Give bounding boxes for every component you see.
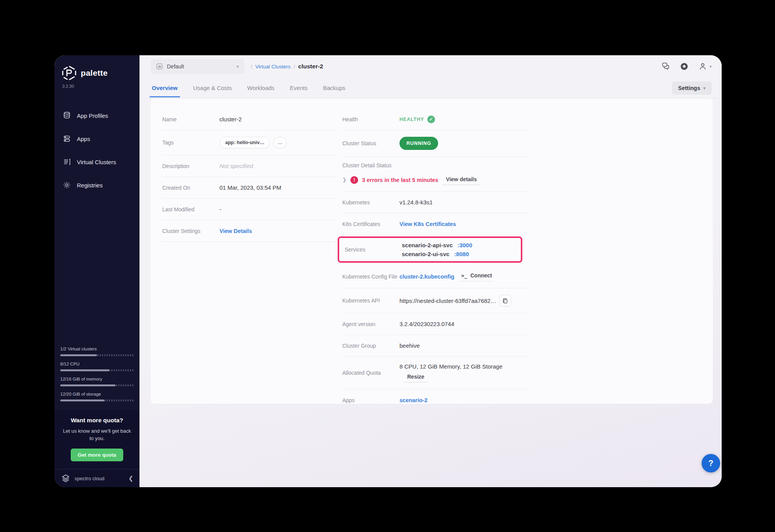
resize-button[interactable]: Resize xyxy=(403,372,428,382)
kubeconfig-file-link[interactable]: cluster-2.kubeconfig xyxy=(399,274,454,280)
view-k8s-certificates-link[interactable]: View K8s Certificates xyxy=(399,221,456,227)
sidebar-nav: App Profiles Apps xyxy=(54,104,139,197)
project-selector-label: Default xyxy=(167,63,233,70)
quota-label: 12/16 GiB of memory xyxy=(60,377,134,381)
sidebar-collapse-icon[interactable]: ❮ xyxy=(128,475,133,482)
agent-version-label: Agent version xyxy=(342,321,399,327)
quota-label: 8/12 CPU xyxy=(60,362,134,366)
error-alert-icon: ! xyxy=(350,176,358,184)
health-row: Health HEALTHY ✓ xyxy=(342,109,529,130)
user-menu[interactable]: ▾ xyxy=(699,62,712,71)
more-tags-chip[interactable]: … xyxy=(273,137,287,148)
tab-usage-costs[interactable]: Usage & Costs xyxy=(192,82,233,97)
brand-name: palette xyxy=(81,68,108,78)
tabs: Overview Usage & Costs Workloads Events … xyxy=(151,82,346,97)
copy-button[interactable] xyxy=(500,295,511,306)
service-port-link[interactable]: :3000 xyxy=(457,242,472,248)
cluster-group-row: Cluster Group beehive xyxy=(342,335,529,357)
cluster-group-label: Cluster Group xyxy=(342,343,399,349)
tab-workloads[interactable]: Workloads xyxy=(246,82,275,97)
kubeconfig-row: Kubernetes Config File cluster-2.kubecon… xyxy=(342,265,529,288)
description-row: Description Not specified. xyxy=(162,155,337,177)
cluster-list-icon xyxy=(63,158,71,166)
last-modified-label: Last Modified xyxy=(162,206,219,212)
tab-backups[interactable]: Backups xyxy=(322,82,346,97)
created-on-row: Created On 01 Mar, 2023, 03:54 PM xyxy=(162,177,337,199)
chevron-down-icon: ▾ xyxy=(703,86,705,91)
sidebar-item-app-profiles[interactable]: App Profiles xyxy=(54,104,139,127)
copy-icon xyxy=(502,298,508,304)
tag-chip[interactable]: app: hello-univ… xyxy=(219,137,270,148)
service-name: scenario-2-api-svc xyxy=(402,242,453,248)
app-version: 3.2.30 xyxy=(54,83,139,94)
cluster-detail-status-row: Cluster Detail Status ❯ ! 3 errors in th… xyxy=(342,157,529,192)
brand: palette xyxy=(54,55,139,83)
palette-logo-icon xyxy=(61,65,77,81)
health-value: HEALTHY xyxy=(399,117,424,122)
breadcrumb-current-cluster: cluster-2 xyxy=(298,63,323,70)
connect-button[interactable]: >_ Connect xyxy=(460,272,494,281)
allocated-quota-row: Allocated Quota 8 CPU, 12 GiB Memory, 12… xyxy=(342,357,529,389)
breadcrumb-separator: / xyxy=(251,64,252,70)
health-label: Health xyxy=(342,116,399,122)
details-left-column: Name cluster-2 Tags app: hello-univ… … D… xyxy=(162,109,337,394)
name-label: Name xyxy=(162,116,219,122)
kubernetes-api-row: Kubernetes API https://nested-cluster-63… xyxy=(342,288,529,313)
quota-usage-panel: 1/2 Virtual clusters 8/12 CPU 12/16 GiB … xyxy=(54,343,139,410)
quota-memory: 12/16 GiB of memory xyxy=(60,377,134,386)
main-area: Default ▾ / Virtual Clusters / cluster-2 xyxy=(139,55,722,487)
apps-stack-icon xyxy=(63,135,71,143)
kubernetes-api-url: https://nested-cluster-63ffd7aa7682… xyxy=(399,297,496,304)
view-details-link[interactable]: View Details xyxy=(219,228,252,234)
spectro-cloud-label: spectro cloud xyxy=(75,476,124,481)
database-icon xyxy=(63,112,71,119)
notifications-star-icon[interactable] xyxy=(680,62,688,71)
chevron-down-icon: ▾ xyxy=(236,64,239,69)
error-count-text: 3 errors in the last 5 minutes xyxy=(362,177,438,183)
help-button[interactable]: ? xyxy=(702,454,720,473)
agent-version-row: Agent version 3.2.4/20230223.0744 xyxy=(342,313,529,335)
topbar: Default ▾ / Virtual Clusters / cluster-2 xyxy=(139,55,722,78)
expand-chevron-icon[interactable]: ❯ xyxy=(342,177,347,183)
description-value: Not specified. xyxy=(219,163,255,169)
sidebar-item-label: Registries xyxy=(77,182,103,189)
kubernetes-api-label: Kubernetes API xyxy=(342,297,399,304)
kubernetes-row: Kubernetes v1.24.8-k3s1 xyxy=(342,192,529,213)
app-scenario-2-link[interactable]: scenario-2 xyxy=(399,397,428,403)
terminal-icon: >_ xyxy=(461,273,467,279)
tab-overview[interactable]: Overview xyxy=(151,82,178,97)
project-selector[interactable]: Default ▾ xyxy=(151,59,244,73)
sidebar-item-registries[interactable]: Registries xyxy=(54,173,139,197)
settings-button[interactable]: Settings ▾ xyxy=(672,82,712,95)
services-highlight-box: Services scenario-2-api-svc :3000 scenar… xyxy=(338,236,522,263)
chevron-down-icon: ▾ xyxy=(709,64,712,69)
quota-virtual-clusters: 1/2 Virtual clusters xyxy=(60,347,134,356)
overview-card: Name cluster-2 Tags app: hello-univ… … D… xyxy=(151,99,713,404)
kubeconfig-label: Kubernetes Config File xyxy=(342,274,399,280)
cluster-status-row: Cluster Status RUNNING xyxy=(342,130,529,157)
tags-row: Tags app: hello-univ… … xyxy=(162,130,337,155)
breadcrumb-virtual-clusters[interactable]: Virtual Clusters xyxy=(255,64,291,70)
cluster-detail-status-label: Cluster Detail Status xyxy=(342,162,529,168)
tab-events[interactable]: Events xyxy=(289,82,308,97)
sidebar-item-label: App Profiles xyxy=(77,112,108,119)
description-label: Description xyxy=(162,163,219,169)
view-details-button[interactable]: View details xyxy=(442,175,481,185)
check-circle-icon: ✓ xyxy=(427,116,435,123)
sidebar-item-virtual-clusters[interactable]: Virtual Clusters xyxy=(54,150,139,173)
name-value: cluster-2 xyxy=(219,116,242,122)
quota-progressbar xyxy=(60,384,134,386)
sidebar-item-apps[interactable]: Apps xyxy=(54,127,139,150)
get-more-quota-button[interactable]: Get more quota xyxy=(71,449,123,461)
service-port-link[interactable]: :8080 xyxy=(454,251,469,257)
k8s-certificates-label: K8s Certificates xyxy=(342,221,399,227)
feedback-chat-icon[interactable] xyxy=(661,62,670,71)
service-entry: scenario-2-ui-svc :8080 xyxy=(402,251,472,257)
sidebar-footer: spectro cloud ❮ xyxy=(54,469,139,487)
apps-row: Apps scenario-2 xyxy=(342,389,529,411)
service-name: scenario-2-ui-svc xyxy=(402,251,449,257)
allocated-quota-label: Allocated Quota xyxy=(342,370,399,376)
name-row: Name cluster-2 xyxy=(162,109,337,130)
quota-cpu: 8/12 CPU xyxy=(60,362,134,371)
sidebar-item-label: Apps xyxy=(77,136,90,142)
